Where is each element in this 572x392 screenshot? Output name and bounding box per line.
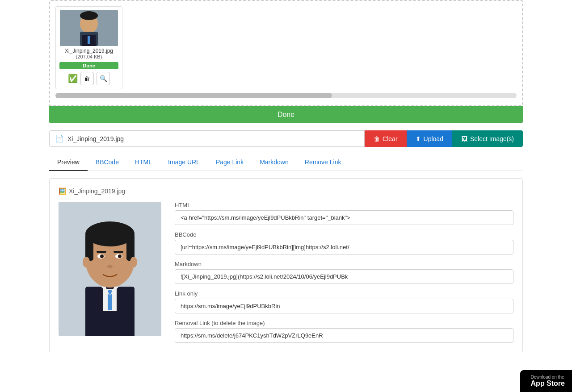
- preview-filename: Xi_Jinping_2019.jpg: [69, 188, 125, 195]
- svg-point-15: [83, 257, 90, 267]
- file-name-field: 📄 Xi_Jinping_2019.jpg: [49, 130, 365, 147]
- svg-rect-21: [97, 251, 106, 253]
- page-wrapper: Xi_Jinping_2019.jpg (207.04 KB) Done ✅ 🗑…: [0, 0, 572, 392]
- select-image-icon: 🖼: [461, 135, 467, 142]
- html-input[interactable]: <a href="https://sm.ms/image/yeEjl9dPUBk…: [175, 210, 513, 225]
- markdown-input[interactable]: ![Xi_Jinping_2019.jpg](https://s2.loli.n…: [175, 269, 513, 284]
- tab-remove-link[interactable]: Remove Link: [297, 154, 349, 171]
- zoom-button[interactable]: 🔍: [97, 72, 110, 85]
- select-label: Select Image(s): [470, 135, 514, 142]
- preview-panel-title: 🖼️ Xi_Jinping_2019.jpg: [59, 188, 513, 195]
- removal-link-field-group: Removal Link (to delete the image) https…: [175, 320, 513, 343]
- scroll-bar-thumb: [55, 93, 332, 98]
- bbcode-field-group: BBCode [url=https://sm.ms/image/yeEjl9dP…: [175, 231, 513, 254]
- thumb-filesize: (207.04 KB): [76, 54, 102, 59]
- svg-point-3: [80, 11, 98, 20]
- app-store-badge[interactable]: Download on the App Store: [520, 370, 572, 392]
- file-input-row: 📄 Xi_Jinping_2019.jpg 🗑 Clear ⬆ Upload 🖼…: [49, 130, 523, 147]
- bbcode-input[interactable]: [url=https://sm.ms/image/yeEjl9dPUBkbRin…: [175, 240, 513, 254]
- preview-content: HTML <a href="https://sm.ms/image/yeEjl9…: [59, 202, 513, 343]
- clear-button[interactable]: 🗑 Clear: [365, 130, 406, 147]
- file-doc-icon: 📄: [55, 134, 64, 143]
- svg-point-19: [100, 254, 104, 258]
- progress-bar: Done: [59, 62, 118, 69]
- file-name-display: Xi_Jinping_2019.jpg: [67, 135, 124, 142]
- tab-page-link[interactable]: Page Link: [208, 154, 252, 171]
- delete-button[interactable]: 🗑: [80, 72, 94, 85]
- svg-point-16: [130, 257, 137, 267]
- svg-point-23: [107, 265, 113, 268]
- removal-link-input[interactable]: https://sm.ms/delete/j674PKC1yshTdW2pVZr…: [175, 328, 513, 343]
- svg-rect-5: [88, 36, 90, 44]
- svg-point-20: [118, 254, 122, 258]
- upload-button[interactable]: ⬆ Upload: [407, 130, 452, 147]
- html-field-group: HTML <a href="https://sm.ms/image/yeEjl9…: [175, 202, 513, 225]
- upload-arrow-icon: ⬆: [416, 135, 421, 142]
- upload-area: Xi_Jinping_2019.jpg (207.04 KB) Done ✅ 🗑…: [49, 0, 523, 106]
- tab-html[interactable]: HTML: [127, 154, 160, 171]
- svg-rect-14: [126, 234, 135, 261]
- progress-label: Done: [83, 63, 95, 68]
- check-icon: ✅: [68, 74, 78, 83]
- upload-label: Upload: [424, 135, 443, 142]
- link-only-field-group: Link only https://sm.ms/image/yeEjl9dPUB…: [175, 290, 513, 313]
- clear-trash-icon: 🗑: [374, 135, 380, 142]
- scroll-bar-area[interactable]: [55, 93, 517, 98]
- thumb-actions: ✅ 🗑 🔍: [68, 72, 110, 85]
- tab-image-url[interactable]: Image URL: [160, 154, 208, 171]
- link-only-input[interactable]: https://sm.ms/image/yeEjl9dPUBkbRin: [175, 299, 513, 313]
- tab-preview[interactable]: Preview: [49, 154, 88, 171]
- tab-markdown[interactable]: Markdown: [252, 154, 297, 171]
- svg-rect-22: [114, 251, 123, 253]
- thumb-image: [60, 10, 118, 46]
- markdown-label: Markdown: [175, 261, 513, 267]
- markdown-field-group: Markdown ![Xi_Jinping_2019.jpg](https://…: [175, 261, 513, 284]
- store-name: App Store: [531, 379, 565, 388]
- link-only-label: Link only: [175, 290, 513, 297]
- preview-image: [59, 202, 161, 336]
- svg-rect-13: [85, 234, 93, 261]
- badge-text: Download on the App Store: [531, 375, 565, 388]
- preview-panel: 🖼️ Xi_Jinping_2019.jpg: [49, 178, 523, 352]
- done-banner-label: Done: [278, 111, 294, 118]
- thumb-filename: Xi_Jinping_2019.jpg: [65, 48, 113, 54]
- removal-link-label: Removal Link (to delete the image): [175, 320, 513, 326]
- bbcode-label: BBCode: [175, 231, 513, 238]
- file-thumb: Xi_Jinping_2019.jpg (207.04 KB) Done ✅ 🗑…: [55, 6, 122, 89]
- preview-fields: HTML <a href="https://sm.ms/image/yeEjl9…: [175, 202, 513, 343]
- select-images-button[interactable]: 🖼 Select Image(s): [452, 130, 523, 147]
- clear-label: Clear: [383, 135, 397, 142]
- tabs-row: Preview BBCode HTML Image URL Page Link …: [49, 154, 523, 171]
- preview-title-icon: 🖼️: [59, 188, 66, 195]
- html-label: HTML: [175, 202, 513, 209]
- download-label: Download on the: [531, 375, 565, 379]
- tab-bbcode[interactable]: BBCode: [88, 154, 127, 171]
- done-banner: Done: [49, 106, 523, 123]
